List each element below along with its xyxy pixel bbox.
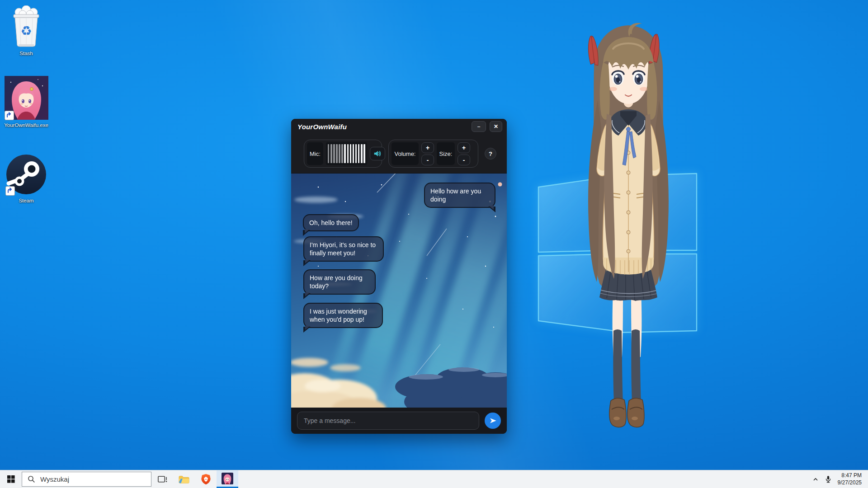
shortcut-arrow-icon: [5, 111, 14, 120]
volume-size-group: Volume: + - Size: + -: [388, 140, 478, 168]
desktop: ♻ Stash: [0, 0, 868, 488]
volume-up-button[interactable]: +: [421, 142, 434, 153]
taskbar-clock[interactable]: 8:47 PM 9/27/2025: [835, 472, 864, 486]
search-input[interactable]: [39, 475, 147, 483]
window-title: YourOwnWaifu: [297, 123, 468, 131]
waifu-exe-icon: [5, 76, 48, 122]
chat-message-text: How are you doing today?: [310, 274, 363, 290]
window-titlebar[interactable]: YourOwnWaifu – ✕: [291, 119, 507, 134]
help-button[interactable]: ?: [485, 148, 496, 160]
close-button[interactable]: ✕: [490, 121, 502, 132]
size-up-button[interactable]: +: [458, 142, 470, 153]
chat-message-character: I'm Hiyori, it's so nice to finally meet…: [303, 236, 384, 262]
chat-message-text: Oh, hello there!: [309, 219, 353, 226]
yourownwaifu-window: YourOwnWaifu – ✕ Mic: Volume: +: [291, 119, 507, 434]
controls-bar: Mic: Volume: + - Size: +: [291, 134, 507, 174]
desktop-icon-steam[interactable]: Steam: [3, 154, 50, 203]
volume-down-button[interactable]: -: [421, 155, 434, 165]
steam-icon: [5, 154, 47, 197]
speaker-icon: [373, 149, 382, 159]
desktop-icon-label: Steam: [3, 198, 50, 203]
size-label: Size:: [437, 142, 455, 165]
chat-message-character: Oh, hello there!: [303, 214, 359, 231]
desktop-icon-yourownwaifu[interactable]: YourOwnWaifu.exe: [3, 76, 50, 128]
waifu-app-icon: [222, 473, 233, 484]
desktop-icon-stash[interactable]: ♻ Stash: [3, 5, 50, 56]
desktop-icon-label: YourOwnWaifu.exe: [3, 122, 50, 128]
recycle-bin-icon: ♻: [9, 5, 43, 50]
taskbar: 8:47 PM 9/27/2025: [0, 470, 868, 488]
clock-date: 9/27/2025: [838, 479, 862, 487]
file-explorer-button[interactable]: [173, 470, 195, 488]
clock-time: 8:47 PM: [838, 472, 862, 479]
chat-area: Hello how are you doing Oh, hello there!…: [291, 174, 507, 408]
task-view-icon: [157, 474, 168, 485]
search-icon: [28, 475, 35, 483]
file-explorer-icon: [178, 474, 190, 485]
brave-button[interactable]: [195, 470, 217, 488]
mic-level-meter: [326, 142, 367, 165]
svg-text:♻: ♻: [20, 23, 32, 38]
mic-label: Mic:: [307, 142, 323, 165]
task-view-button[interactable]: [151, 470, 173, 488]
start-button[interactable]: [0, 470, 22, 488]
shortcut-arrow-icon: [5, 186, 15, 196]
send-button[interactable]: [485, 413, 501, 429]
message-input[interactable]: [297, 412, 479, 430]
volume-label: Volume:: [392, 142, 419, 165]
speaker-button[interactable]: [370, 147, 385, 160]
microphone-icon: [824, 475, 832, 483]
windows-logo-icon: [7, 475, 15, 483]
brave-icon: [200, 473, 212, 485]
size-down-button[interactable]: -: [458, 155, 470, 165]
chat-message-text: Hello how are you doing: [430, 188, 481, 203]
chat-message-text: I was just wondering when you'd pop up!: [310, 308, 367, 323]
composer-bar: [291, 408, 507, 434]
system-tray: 8:47 PM 9/27/2025: [810, 470, 868, 488]
tray-microphone-button[interactable]: [822, 470, 834, 488]
mic-group: Mic:: [304, 140, 382, 168]
chevron-up-icon: [812, 476, 819, 483]
taskbar-search[interactable]: [22, 472, 151, 487]
waifu-app-button[interactable]: [217, 470, 238, 488]
chat-message-user: Hello how are you doing: [424, 183, 495, 208]
chat-message-text: I'm Hiyori, it's so nice to finally meet…: [310, 241, 376, 257]
anime-character[interactable]: [575, 19, 696, 430]
minimize-button[interactable]: –: [472, 121, 486, 132]
desktop-icon-label: Stash: [3, 51, 50, 56]
send-icon: [489, 417, 497, 424]
chat-message-character: How are you doing today?: [303, 269, 376, 295]
tray-expand-button[interactable]: [810, 470, 821, 488]
chat-message-character: I was just wondering when you'd pop up!: [303, 303, 383, 328]
